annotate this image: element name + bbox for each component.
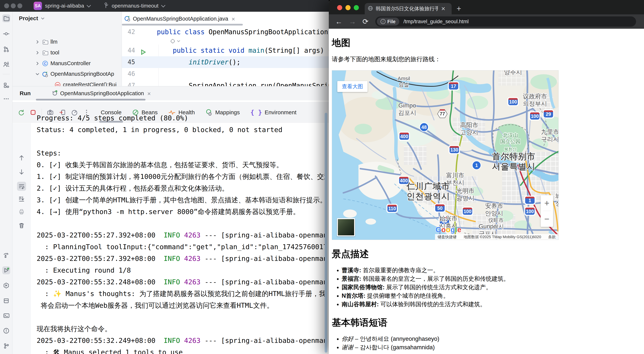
rail-divider	[3, 74, 10, 74]
terms-link[interactable]: 条款	[548, 234, 556, 240]
soft-wrap-icon[interactable]	[17, 182, 26, 191]
google-map-embed[interactable]: 77481400171001002913040011050110010015 A…	[332, 70, 558, 240]
tree-item-tool[interactable]: tool	[12, 47, 122, 58]
svg-text:100: 100	[531, 114, 539, 119]
view-larger-map-button[interactable]: 查看大图	[337, 81, 368, 92]
close-icon[interactable]: ✕	[232, 16, 235, 22]
sidebar-more-icon[interactable]	[2, 95, 10, 103]
run-config-icon	[103, 2, 109, 10]
rerun-button[interactable]	[18, 109, 24, 116]
new-tab-button[interactable]: +	[456, 4, 461, 13]
editor-tab-bar: OpenManusSpringBootApplication.java ✕	[122, 12, 329, 25]
zoom-in-button[interactable]: +	[541, 195, 553, 211]
forward-button[interactable]: →	[349, 18, 356, 26]
keyboard-shortcuts-link[interactable]: 键盘快捷键	[438, 234, 456, 240]
tree-item-openmanus-app[interactable]: OpenManusSpringBootAp	[12, 68, 122, 79]
tree-item-create-rest-client[interactable]: m createRestClient():Bui	[12, 79, 122, 86]
sidebar-project-icon[interactable]	[2, 14, 10, 22]
rerun-spring-icon	[52, 90, 58, 97]
console-line: 3. [✓] 创建一个简单的HTML旅行手册，其中包含地图、景点描述、基本韩语短…	[37, 194, 326, 206]
sidebar-run-icon[interactable]	[2, 266, 10, 274]
svg-text:1: 1	[528, 198, 531, 203]
satellite-layer-toggle[interactable]	[337, 218, 355, 236]
address-bar[interactable]: i File /tmp/travel_guide_seoul.html	[375, 16, 636, 27]
console-output[interactable]: Progress: 4/5 steps completed (80.0%)Sta…	[37, 112, 326, 354]
editor-tab[interactable]: OpenManusSpringBootApplication.java ✕	[124, 13, 235, 24]
svg-text:Gimpo: Gimpo	[398, 102, 416, 109]
sidebar-problems-icon[interactable]	[2, 327, 10, 335]
chevron-expanded-icon[interactable]	[35, 72, 40, 77]
console-line	[37, 311, 326, 323]
sidebar-build-icon[interactable]	[2, 251, 10, 259]
browser-tab[interactable]: 韩国首尔5日文化体验旅行手册 ✕	[365, 3, 452, 14]
window-minimize-button[interactable]	[11, 4, 16, 8]
console-line: : ✨ Manus's thoughts: 为了搭建简易服务器以预览我们之前创建…	[37, 288, 326, 300]
console-line: 现在我将执行这个命令。	[37, 323, 326, 335]
sidebar-pull-requests-icon[interactable]	[2, 45, 10, 53]
spring-inlay-hint[interactable]	[122, 38, 329, 44]
console-line: 2. [✓] 设计五天的具体行程，包括必看景点和文化体验活动。	[37, 182, 326, 194]
back-button[interactable]: ←	[335, 18, 342, 26]
run-tab-scrollbar[interactable]	[36, 99, 146, 100]
zoom-out-button[interactable]: −	[541, 211, 553, 227]
project-avatar[interactable]: SA	[34, 2, 42, 10]
code-line-44: 44 public static void main(String[] args…	[122, 44, 329, 56]
console-line: 将会启动一个本地Web服务器，我们可以通过浏览器访问它来查看HTML文件。	[37, 300, 326, 311]
project-name[interactable]: spring-ai-alibaba	[45, 3, 84, 9]
sidebar-services-icon[interactable]	[2, 282, 10, 290]
sidebar-terminal-icon[interactable]	[2, 312, 10, 320]
close-icon[interactable]: ✕	[148, 90, 151, 97]
clear-console-icon[interactable]	[17, 221, 26, 230]
browser-zoom-button[interactable]	[354, 5, 359, 10]
browser-minimize-button[interactable]	[346, 5, 350, 10]
chevron-right-icon[interactable]	[35, 61, 40, 66]
window-close-button[interactable]	[4, 4, 9, 8]
editor[interactable]: OpenManusSpringBootApplication.java ✕ 42…	[122, 12, 329, 86]
svg-text:北汉山: 北汉山	[503, 132, 518, 138]
spring-boot-class-icon	[42, 71, 48, 77]
run-tab[interactable]: OpenManusSpringBootApplication ✕	[52, 90, 150, 97]
scroll-to-end-icon[interactable]	[17, 194, 26, 204]
chevron-right-icon[interactable]	[35, 50, 40, 55]
run-panel-title[interactable]: Run	[20, 90, 30, 96]
window-zoom-button[interactable]	[18, 4, 22, 8]
close-icon[interactable]: ✕	[441, 6, 446, 12]
map-heading: 地图	[332, 37, 641, 49]
console-line: : 🛠 Manus selected 1 tools to use	[37, 346, 326, 354]
map-zoom-control: + −	[541, 195, 553, 227]
svg-text:77: 77	[440, 111, 445, 116]
sidebar-database-icon[interactable]	[2, 296, 10, 304]
browser-window: 韩国首尔5日文化体验旅行手册 ✕ + ← → ⟳ i File /tmp/tra…	[329, 0, 644, 354]
file-scheme-chip[interactable]: i File	[377, 18, 399, 26]
svg-text:100: 100	[509, 99, 517, 104]
reload-button[interactable]: ⟳	[362, 18, 368, 26]
print-icon[interactable]	[17, 207, 26, 216]
google-logo[interactable]: Google	[436, 226, 462, 234]
tree-item-manus-controller[interactable]: C ManusController	[12, 58, 122, 69]
svg-text:Gunpo: Gunpo	[479, 223, 497, 230]
code-area[interactable]: 42 public class OpenManusSpringBootAppli…	[122, 26, 329, 86]
svg-text:인천광역시: 인천광역시	[407, 192, 450, 201]
sidebar-structure-icon[interactable]	[2, 81, 10, 89]
console-line: 0. [✓] 收集关于韩国首尔旅游的基本信息，包括签证要求、货币、天气预报等。	[37, 159, 326, 171]
code-line-46: 46	[122, 68, 329, 80]
chevron-right-icon[interactable]	[35, 39, 40, 44]
tree-item-llm[interactable]: llm	[12, 36, 122, 47]
stop-button[interactable]	[30, 109, 37, 116]
scroll-down-icon[interactable]	[17, 167, 26, 176]
console-line: 2025-03-22T00:55:27.392+08:00 INFO 4263 …	[37, 253, 326, 264]
tab-scrollbar[interactable]	[122, 24, 243, 26]
folder-icon	[42, 39, 48, 45]
run-config-name[interactable]: openmanus-timeout	[112, 3, 158, 9]
svg-text:首尔特别市: 首尔特别市	[492, 152, 536, 161]
sidebar-git-icon[interactable]	[2, 342, 10, 350]
svg-text:양주시: 양주시	[504, 70, 522, 76]
sidebar-commit-icon[interactable]	[2, 30, 10, 38]
project-panel-header[interactable]: Project	[19, 15, 44, 22]
sidebar-ai-assistant-icon[interactable]: ?	[2, 60, 10, 68]
console-scrollbar[interactable]	[325, 113, 327, 353]
scroll-up-icon[interactable]	[17, 154, 26, 162]
browser-close-button[interactable]	[337, 5, 342, 10]
console-line	[37, 218, 326, 229]
svg-text:国立公园: 国立公园	[500, 139, 520, 144]
